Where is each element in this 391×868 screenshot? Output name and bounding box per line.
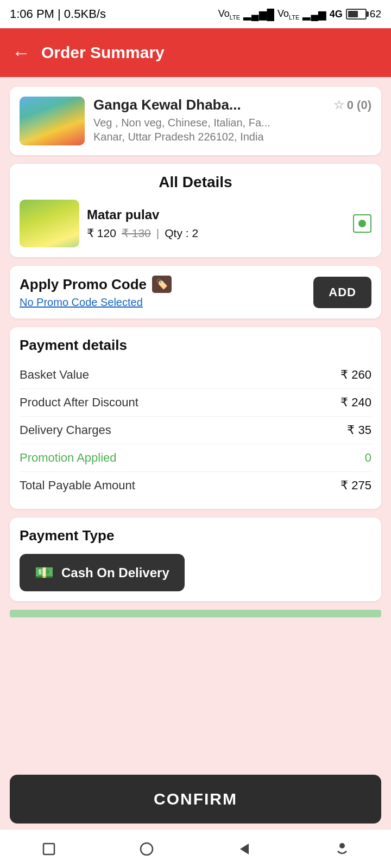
header: ← Order Summary (0, 28, 391, 77)
status-right: VoLTE ▂▄▆█ VoLTE ▂▄▆ 4G 62 (218, 8, 381, 21)
cod-icon: 💵 (35, 564, 54, 582)
restaurant-cuisine: Veg , Non veg, Chinese, Italian, Fa... (93, 117, 371, 129)
item-qty: Qty : 2 (165, 227, 198, 240)
nav-home-icon[interactable] (39, 839, 59, 859)
all-details-card: All Details Matar pulav ₹ 120 ₹ 130 | Qt… (10, 164, 381, 257)
signal-bars: ▂▄▆█ (243, 8, 274, 21)
nav-circle-icon[interactable] (137, 839, 156, 859)
item-name: Matar pulav (87, 207, 345, 222)
payment-value-4: ₹ 275 (340, 478, 371, 493)
restaurant-name-row: Ganga Kewal Dhaba... ☆ 0 (0) (93, 97, 371, 113)
rating-value: 0 (0) (347, 98, 371, 112)
promo-title: Apply Promo Code 🏷️ (20, 276, 172, 293)
payment-row-1: Product After Discount ₹ 240 (20, 389, 371, 417)
battery-icon (346, 9, 367, 20)
add-promo-button[interactable]: ADD (313, 277, 371, 308)
confirm-button[interactable]: CONFIRM (10, 775, 381, 824)
back-button[interactable]: ← (12, 42, 30, 63)
item-image (20, 200, 79, 247)
restaurant-location: Kanar, Uttar Pradesh 226102, India (93, 131, 371, 143)
veg-indicator (353, 214, 371, 233)
payment-details-title: Payment details (20, 337, 371, 354)
payment-label-2: Delivery Charges (20, 423, 111, 437)
payment-row-2: Delivery Charges ₹ 35 (20, 417, 371, 444)
battery-percent: 62 (370, 8, 381, 20)
promo-subtitle: No Promo Code Selected (20, 296, 172, 309)
star-icon: ☆ (333, 98, 344, 112)
svg-rect-0 (43, 844, 54, 854)
payment-type-title: Payment Type (20, 527, 371, 544)
payment-value-3: 0 (365, 451, 371, 465)
veg-dot (358, 220, 366, 227)
signal-4g: 4G (330, 9, 343, 20)
cash-on-delivery-button[interactable]: 💵 Cash On Delivery (20, 554, 185, 591)
item-price-old: ₹ 130 (122, 227, 151, 240)
cod-label: Cash On Delivery (61, 565, 169, 580)
nav-download-icon[interactable] (332, 839, 352, 859)
promo-row: Apply Promo Code 🏷️ No Promo Code Select… (20, 276, 371, 309)
promo-left: Apply Promo Code 🏷️ No Promo Code Select… (20, 276, 172, 309)
svg-marker-2 (240, 844, 249, 854)
item-price-row: ₹ 120 ₹ 130 | Qty : 2 (87, 227, 345, 240)
status-bar: 1:06 PM | 0.5KB/s VoLTE ▂▄▆█ VoLTE ▂▄▆ 4… (0, 0, 391, 28)
status-time: 1:06 PM | 0.5KB/s (10, 7, 106, 21)
payment-label-1: Product After Discount (20, 395, 138, 410)
payment-row-0: Basket Value ₹ 260 (20, 361, 371, 389)
payment-label-4: Total Payable Amount (20, 478, 135, 493)
payment-label-0: Basket Value (20, 368, 89, 382)
payment-rows: Basket Value ₹ 260 Product After Discoun… (20, 361, 371, 499)
promo-code-card: Apply Promo Code 🏷️ No Promo Code Select… (10, 266, 381, 318)
item-price-new: ₹ 120 (87, 227, 116, 240)
item-divider: | (156, 227, 159, 240)
payment-type-card: Payment Type 💵 Cash On Delivery (10, 518, 381, 601)
content-area: Ganga Kewal Dhaba... ☆ 0 (0) Veg , Non v… (0, 77, 391, 704)
restaurant-name-text: Ganga Kewal Dhaba... (93, 97, 241, 113)
page-title: Order Summary (41, 43, 165, 62)
item-info: Matar pulav ₹ 120 ₹ 130 | Qty : 2 (87, 207, 345, 240)
signal-icon: VoLTE (218, 8, 240, 21)
restaurant-info: Ganga Kewal Dhaba... ☆ 0 (0) Veg , Non v… (93, 97, 371, 143)
payment-row-4: Total Payable Amount ₹ 275 (20, 472, 371, 499)
nav-back-icon[interactable] (235, 839, 254, 859)
payment-value-0: ₹ 260 (340, 368, 371, 382)
payment-label-3: Promotion Applied (20, 451, 117, 465)
svg-point-1 (141, 843, 153, 855)
svg-point-3 (339, 843, 345, 848)
item-row: Matar pulav ₹ 120 ₹ 130 | Qty : 2 (20, 200, 371, 247)
green-strip (10, 610, 381, 617)
restaurant-image (20, 97, 85, 145)
payment-row-3: Promotion Applied 0 (20, 444, 371, 472)
signal-icon2: VoLTE (278, 8, 299, 21)
confirm-section: CONFIRM (0, 775, 391, 829)
restaurant-card: Ganga Kewal Dhaba... ☆ 0 (0) Veg , Non v… (10, 87, 381, 155)
bottom-nav (0, 829, 391, 868)
signal-bars2: ▂▄▆ (302, 8, 326, 21)
payment-value-2: ₹ 35 (347, 423, 371, 437)
promo-icon: 🏷️ (152, 276, 172, 293)
all-details-title: All Details (20, 174, 371, 191)
restaurant-rating: ☆ 0 (0) (333, 98, 371, 112)
payment-value-1: ₹ 240 (340, 395, 371, 410)
payment-details-card: Payment details Basket Value ₹ 260 Produ… (10, 327, 381, 509)
